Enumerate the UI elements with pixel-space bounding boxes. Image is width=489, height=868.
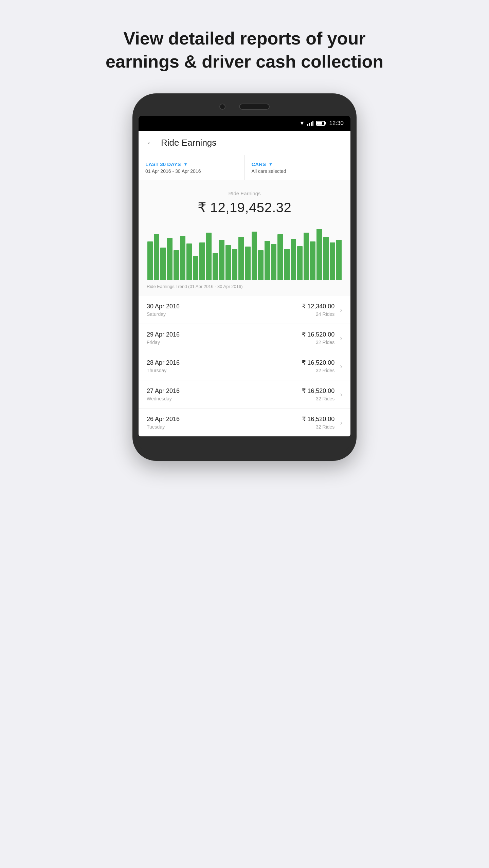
row-rides: 32 Rides xyxy=(302,368,334,373)
row-day: Thursday xyxy=(147,368,302,373)
filter-bar: LAST 30 DAYS ▼ 01 Apr 2016 - 30 Apr 2016… xyxy=(139,155,350,180)
chart-bar xyxy=(291,239,296,280)
row-amount: ₹ 16,520.00 xyxy=(302,387,334,395)
chart-bar xyxy=(330,242,335,280)
battery-icon xyxy=(316,121,325,126)
phone-speaker xyxy=(239,104,270,110)
earnings-row[interactable]: 26 Apr 2016 Tuesday ₹ 16,520.00 32 Rides… xyxy=(139,409,350,436)
earnings-list: 30 Apr 2016 Saturday ₹ 12,340.00 24 Ride… xyxy=(139,296,350,436)
page-headline: View detailed reports of your earnings &… xyxy=(38,0,451,93)
cars-dropdown-arrow: ▼ xyxy=(269,162,273,167)
row-date: 27 Apr 2016 xyxy=(147,387,302,395)
row-date: 30 Apr 2016 xyxy=(147,303,302,310)
row-chevron-icon: › xyxy=(340,362,342,370)
row-amount: ₹ 12,340.00 xyxy=(302,303,334,310)
earnings-row[interactable]: 27 Apr 2016 Wednesday ₹ 16,520.00 32 Rid… xyxy=(139,380,350,409)
row-amount-info: ₹ 16,520.00 32 Rides xyxy=(302,387,334,401)
back-button[interactable]: ← xyxy=(147,139,154,147)
earnings-row[interactable]: 30 Apr 2016 Saturday ₹ 12,340.00 24 Ride… xyxy=(139,296,350,324)
earnings-row[interactable]: 29 Apr 2016 Friday ₹ 16,520.00 32 Rides … xyxy=(139,324,350,352)
cars-filter-value: All cars selected xyxy=(252,168,344,174)
date-dropdown-arrow: ▼ xyxy=(183,162,187,167)
row-date-info: 26 Apr 2016 Tuesday xyxy=(147,416,302,430)
row-rides: 24 Rides xyxy=(302,311,334,317)
row-rides: 32 Rides xyxy=(302,340,334,345)
chart-bar xyxy=(284,249,290,280)
earnings-section-label: RIde Earnings xyxy=(147,191,342,196)
wifi-icon: ▼ xyxy=(300,120,305,126)
chart-bar xyxy=(167,238,173,280)
row-rides: 32 Rides xyxy=(302,424,334,430)
app-title: Ride Earnings xyxy=(161,138,216,148)
status-bar: ▼ 12:30 xyxy=(139,116,350,131)
date-filter-value: 01 Apr 2016 - 30 Apr 2016 xyxy=(145,168,238,174)
date-filter-label: LAST 30 DAYS ▼ xyxy=(145,161,238,167)
row-amount: ₹ 16,520.00 xyxy=(302,331,334,338)
row-date: 29 Apr 2016 xyxy=(147,331,302,338)
chart-bar xyxy=(225,245,231,280)
row-date-info: 29 Apr 2016 Friday xyxy=(147,331,302,345)
chart-bar xyxy=(199,242,205,280)
signal-icon xyxy=(307,121,313,126)
chart-bar xyxy=(245,247,251,280)
chart-bar xyxy=(147,241,153,280)
battery-fill xyxy=(317,122,322,125)
row-day: Tuesday xyxy=(147,424,302,430)
chart-bar xyxy=(160,248,166,280)
chart-bar xyxy=(193,256,198,280)
chart-bar xyxy=(265,241,270,280)
chart-bar xyxy=(219,240,224,280)
row-day: Friday xyxy=(147,340,302,345)
phone-camera xyxy=(219,104,225,110)
row-date-info: 30 Apr 2016 Saturday xyxy=(147,303,302,317)
status-icons: ▼ xyxy=(300,120,325,126)
chart-bar xyxy=(154,234,159,280)
row-chevron-icon: › xyxy=(340,306,342,314)
phone-top-bar xyxy=(139,104,350,110)
phone-bottom-bar xyxy=(139,442,350,451)
earnings-summary: RIde Earnings ₹ 12,19,452.32 Ride Earnin… xyxy=(139,180,350,296)
chart-bar xyxy=(238,237,244,280)
row-amount-info: ₹ 16,520.00 32 Rides xyxy=(302,331,334,345)
chart-bar xyxy=(232,249,237,280)
chart-bar xyxy=(180,236,185,280)
chart-bar xyxy=(174,250,179,280)
earnings-chart xyxy=(147,225,342,280)
chart-bar xyxy=(297,246,303,280)
row-chevron-icon: › xyxy=(340,419,342,427)
chart-bar xyxy=(186,243,192,280)
row-date: 26 Apr 2016 xyxy=(147,416,302,423)
phone-screen: ▼ 12:30 ← Ride xyxy=(139,116,350,436)
row-day: Saturday xyxy=(147,311,302,317)
row-amount-info: ₹ 12,340.00 24 Rides xyxy=(302,303,334,317)
row-date: 28 Apr 2016 xyxy=(147,359,302,366)
status-time: 12:30 xyxy=(329,120,344,127)
earnings-row[interactable]: 28 Apr 2016 Thursday ₹ 16,520.00 32 Ride… xyxy=(139,352,350,380)
chart-bar xyxy=(213,253,218,280)
row-chevron-icon: › xyxy=(340,334,342,342)
chart-bar xyxy=(277,234,283,280)
cars-filter-label: CARS ▼ xyxy=(252,161,344,167)
chart-bar xyxy=(316,229,322,280)
chart-bar xyxy=(258,250,264,280)
cars-filter[interactable]: CARS ▼ All cars selected xyxy=(245,155,351,180)
earnings-total-amount: ₹ 12,19,452.32 xyxy=(147,200,342,215)
row-amount: ₹ 16,520.00 xyxy=(302,415,334,423)
chart-bar xyxy=(323,237,329,280)
row-date-info: 28 Apr 2016 Thursday xyxy=(147,359,302,373)
chart-bar xyxy=(252,232,257,280)
chart-bar xyxy=(271,244,276,280)
chart-caption: Ride Earnings Trend (01 Apr 2016 - 30 Ap… xyxy=(147,284,342,289)
row-day: Wednesday xyxy=(147,396,302,401)
chart-bar xyxy=(336,240,342,280)
row-amount-info: ₹ 16,520.00 32 Rides xyxy=(302,415,334,430)
row-amount: ₹ 16,520.00 xyxy=(302,359,334,366)
chart-bar xyxy=(310,241,315,280)
row-date-info: 27 Apr 2016 Wednesday xyxy=(147,387,302,401)
date-filter[interactable]: LAST 30 DAYS ▼ 01 Apr 2016 - 30 Apr 2016 xyxy=(139,155,245,180)
row-amount-info: ₹ 16,520.00 32 Rides xyxy=(302,359,334,373)
chart-bar xyxy=(304,233,309,280)
row-chevron-icon: › xyxy=(340,391,342,398)
phone-mockup: ▼ 12:30 ← Ride xyxy=(132,93,357,501)
app-header: ← Ride Earnings xyxy=(139,131,350,155)
